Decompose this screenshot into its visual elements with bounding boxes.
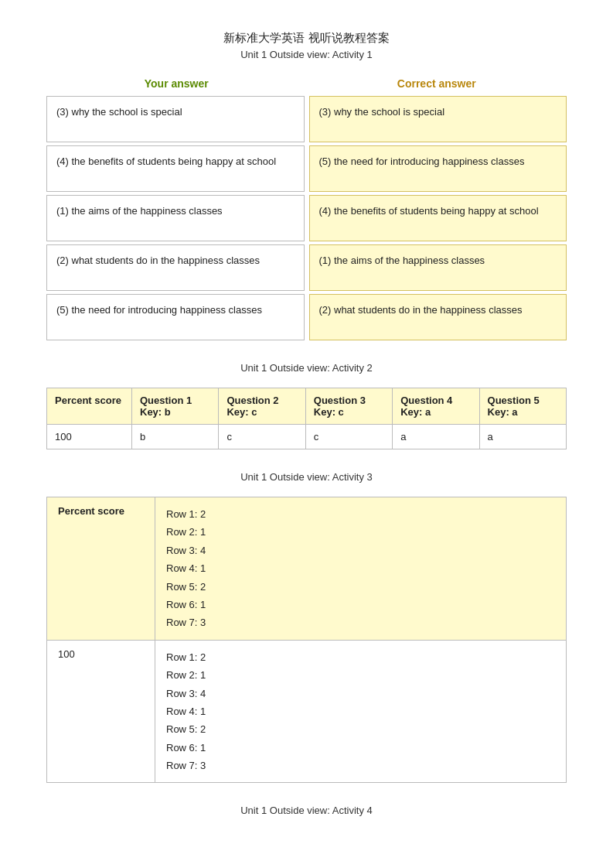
activity2-th-q2: Question 2Key: c bbox=[219, 388, 305, 425]
activity2-q5-answer: a bbox=[479, 425, 566, 449]
page-title: 新标准大学英语 视听说教程答案 bbox=[46, 31, 567, 46]
activity3-data-row: 100 Row 1: 2 Row 2: 1 Row 3: 4 Row 4: 1 … bbox=[47, 640, 567, 783]
your-answer-1: (3) why the school is special bbox=[46, 96, 305, 142]
activity2-th-q4: Question 4Key: a bbox=[393, 388, 479, 425]
activity3-key-header: Row 1: 2 Row 2: 1 Row 3: 4 Row 4: 1 Row … bbox=[155, 497, 567, 641]
activity2-percent: 100 bbox=[47, 425, 132, 449]
correct-answers-col: (3) why the school is special (5) the ne… bbox=[309, 96, 567, 340]
correct-answer-header: Correct answer bbox=[307, 74, 567, 93]
activity2-subtitle: Unit 1 Outside view: Activity 2 bbox=[46, 362, 567, 374]
correct-answer-4: (1) the aims of the happiness classes bbox=[309, 244, 567, 291]
activity2-data-row: 100 b c c a a bbox=[47, 425, 567, 449]
your-answer-2: (4) the benefits of students being happy… bbox=[46, 145, 305, 192]
activity2-th-q1: Question 1Key: b bbox=[132, 388, 219, 425]
activity3-th-percent: Percent score bbox=[47, 497, 155, 641]
correct-answer-5: (2) what students do in the happiness cl… bbox=[309, 294, 567, 340]
activity3-user-answers: Row 1: 2 Row 2: 1 Row 3: 4 Row 4: 1 Row … bbox=[155, 640, 567, 783]
activity1-subtitle: Unit 1 Outside view: Activity 1 bbox=[46, 49, 567, 60]
your-answer-header: Your answer bbox=[46, 74, 307, 93]
activity4-subtitle: Unit 1 Outside view: Activity 4 bbox=[46, 805, 567, 816]
activity3-subtitle: Unit 1 Outside view: Activity 3 bbox=[46, 471, 567, 483]
your-answer-5: (5) the need for introducing happiness c… bbox=[46, 294, 305, 340]
activity3-percent: 100 bbox=[47, 640, 155, 783]
activity2-th-q5: Question 5Key: a bbox=[479, 388, 566, 425]
your-answers-col: (3) why the school is special (4) the be… bbox=[46, 96, 305, 340]
activity2-header-row: Percent score Question 1Key: b Question … bbox=[47, 388, 567, 425]
activity2-th-q3: Question 3Key: c bbox=[305, 388, 392, 425]
correct-answer-1: (3) why the school is special bbox=[309, 96, 567, 142]
activity2-q2-answer: c bbox=[219, 425, 305, 449]
activity3-header-row: Percent score Row 1: 2 Row 2: 1 Row 3: 4… bbox=[47, 497, 567, 641]
activity2-q4-answer: a bbox=[393, 425, 479, 449]
your-answer-3: (1) the aims of the happiness classes bbox=[46, 195, 305, 241]
activity2-table: Percent score Question 1Key: b Question … bbox=[46, 388, 567, 449]
correct-answer-3: (4) the benefits of students being happy… bbox=[309, 195, 567, 241]
correct-answer-2: (5) the need for introducing happiness c… bbox=[309, 145, 567, 192]
activity2-th-percent: Percent score bbox=[47, 388, 132, 425]
activity2-q3-answer: c bbox=[305, 425, 392, 449]
activity2-q1-answer: b bbox=[132, 425, 219, 449]
activity3-table: Percent score Row 1: 2 Row 2: 1 Row 3: 4… bbox=[46, 497, 567, 783]
your-answer-4: (2) what students do in the happiness cl… bbox=[46, 244, 305, 291]
